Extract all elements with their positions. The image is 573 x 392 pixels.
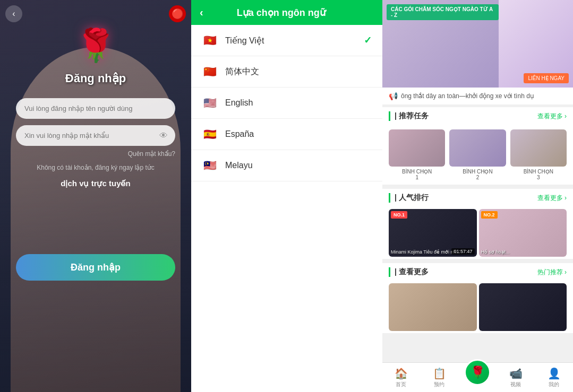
lang-name: 简体中文 xyxy=(225,66,372,77)
no-account-text: Không có tài khoản, đăng ký ngay lập tức xyxy=(16,164,175,171)
language-item[interactable]: 🇲🇾 Melayu xyxy=(191,150,382,181)
video-badge: NO.2 xyxy=(481,211,498,219)
lang-name: España xyxy=(225,129,372,139)
banner-text: CÁC GÓI CHĂM SÓC NGỌT NGÀO TỪ A - Z xyxy=(387,4,499,20)
nav-center-button[interactable]: 🌹 xyxy=(464,359,491,386)
more-section: | 查看更多 热门推荐 › xyxy=(382,261,573,333)
forgot-password-link[interactable]: Quên mật khẩu? xyxy=(16,150,175,158)
lang-check-icon: ✓ xyxy=(364,34,372,46)
more-thumb-2[interactable] xyxy=(479,283,567,331)
lang-flag-icon: 🇻🇳 xyxy=(202,32,218,48)
nav-item-center[interactable]: 🌹 xyxy=(458,367,497,389)
username-wrapper xyxy=(16,98,175,119)
language-item[interactable]: 🇨🇳 简体中文 xyxy=(191,56,382,88)
eye-icon[interactable]: 👁 xyxy=(159,131,168,141)
lang-flag-icon: 🇪🇸 xyxy=(202,126,218,142)
left-panel: ‹ 🔴 🌹 Đăng nhập 👁 Quên mật khẩu? Không c… xyxy=(0,0,191,392)
language-title: Lựa chọn ngôn ngữ xyxy=(210,7,353,19)
back-button-left[interactable]: ‹ xyxy=(5,5,22,22)
page-title: Đăng nhập xyxy=(65,72,126,85)
popular-title: | 人气排行 xyxy=(389,193,537,203)
nav-preview-icon: 📋 xyxy=(433,367,446,380)
popular-section: | 人气排行 查看更多 › NO.1 Minami Kojima Tiêu đề… xyxy=(382,187,573,259)
banner-area: CÁC GÓI CHĂM SÓC NGỌT NGÀO TỪ A - Z LIÊN… xyxy=(382,0,573,88)
banner-btn[interactable]: LIÊN HỆ NGAY xyxy=(524,73,569,83)
language-panel: ‹ Lựa chọn ngôn ngữ 🇻🇳 Tiếng Việt ✓ 🇨🇳 简… xyxy=(191,0,382,392)
nav-video-icon: 📹 xyxy=(509,367,523,380)
task-label: BÌNH CHỌN3 xyxy=(524,169,553,180)
lang-name: Tiếng Việt xyxy=(225,36,356,46)
promo-text: ông thắt dây an toàn—khởi động xe với tì… xyxy=(401,92,534,100)
nav-home-icon: 🏠 xyxy=(395,367,408,380)
back-button-mid[interactable]: ‹ xyxy=(200,6,203,19)
video-duration: 01:57:47 xyxy=(451,248,474,255)
tasks-section-header: | 推荐任务 查看更多 › xyxy=(382,107,573,125)
task-thumbnail xyxy=(510,129,567,167)
nav-item-video[interactable]: 📹 视频 xyxy=(497,364,535,391)
nav-item-preview[interactable]: 📋 预约 xyxy=(420,364,458,391)
password-input[interactable] xyxy=(16,125,175,146)
lang-flag-icon: 🇲🇾 xyxy=(202,158,218,173)
nav-mine-icon: 👤 xyxy=(548,367,561,380)
password-wrapper: 👁 xyxy=(16,125,175,146)
language-item[interactable]: 🇻🇳 Tiếng Việt ✓ xyxy=(191,25,382,56)
top-nav: ‹ xyxy=(5,5,22,22)
video-badge: NO.1 xyxy=(391,211,407,219)
lang-name: Melayu xyxy=(225,161,372,170)
popular-section-header: | 人气排行 查看更多 › xyxy=(382,189,573,207)
nav-home-label: 首页 xyxy=(396,381,406,388)
nav-item-mine[interactable]: 👤 我的 xyxy=(535,364,573,391)
nav-video-label: 视频 xyxy=(510,381,521,388)
task-item[interactable]: BÌNH CHỌN2 xyxy=(449,129,506,180)
promo-bar: 📢 ông thắt dây an toàn—khởi động xe với … xyxy=(382,88,573,105)
input-group: 👁 Quên mật khẩu? Không có tài khoản, đăn… xyxy=(16,98,175,188)
login-button[interactable]: Đăng nhập xyxy=(16,254,175,281)
language-item[interactable]: 🇺🇸 English xyxy=(191,88,382,119)
more-thumb-1[interactable] xyxy=(389,283,477,331)
more-section-header: | 查看更多 热门推荐 › xyxy=(382,263,573,281)
nav-item-home[interactable]: 🏠 首页 xyxy=(382,364,420,391)
logo-icon: 🌹 xyxy=(76,27,116,64)
banner-right-image: LIÊN HỆ NGAY xyxy=(499,0,573,88)
promo-icon: 📢 xyxy=(389,92,398,100)
video-thumbnail[interactable]: NO.2 Hồ sơ hoạt... xyxy=(479,209,567,257)
banner-images: CÁC GÓI CHĂM SÓC NGỌT NGÀO TỪ A - Z LIÊN… xyxy=(382,0,573,88)
tasks-title: | 推荐任务 xyxy=(389,111,537,121)
task-label: BÌNH CHỌN1 xyxy=(402,169,432,180)
more-grid xyxy=(382,281,573,333)
more-title: | 查看更多 xyxy=(389,267,537,277)
tasks-row: BÌNH CHỌN1 BÌNH CHỌN2 BÌNH CHỌN3 xyxy=(382,125,573,185)
nav-preview-label: 预约 xyxy=(434,381,444,388)
videos-row: NO.1 Minami Kojima Tiêu đề mới nh... 01:… xyxy=(382,207,573,259)
video-thumbnail[interactable]: NO.1 Minami Kojima Tiêu đề mới nh... 01:… xyxy=(389,209,477,257)
task-item[interactable]: BÌNH CHỌN3 xyxy=(510,129,567,180)
task-thumbnail xyxy=(449,129,506,167)
service-link[interactable]: dịch vụ trực tuyến xyxy=(16,179,175,188)
more-link[interactable]: 热门推荐 › xyxy=(537,268,567,277)
flag-icon[interactable]: 🔴 xyxy=(169,5,186,22)
video-caption: Hồ sơ hoạt... xyxy=(481,249,510,255)
lang-name: English xyxy=(225,98,372,108)
lang-flag-icon: 🇺🇸 xyxy=(202,95,218,111)
video-caption: Minami Kojima Tiêu đề mới nh... xyxy=(391,249,460,255)
nav-mine-label: 我的 xyxy=(549,381,559,388)
language-header: ‹ Lựa chọn ngôn ngữ xyxy=(191,0,382,25)
tasks-more-link[interactable]: 查看更多 › xyxy=(537,112,567,121)
language-item[interactable]: 🇪🇸 España xyxy=(191,119,382,150)
language-list: 🇻🇳 Tiếng Việt ✓ 🇨🇳 简体中文 🇺🇸 English 🇪🇸 Es… xyxy=(191,25,382,392)
popular-more-link[interactable]: 查看更多 › xyxy=(537,194,567,203)
bottom-nav: 🏠 首页 📋 预约 🌹 📹 视频 👤 我的 xyxy=(382,362,573,392)
task-label: BÌNH CHỌN2 xyxy=(463,169,492,180)
banner-left-image: CÁC GÓI CHĂM SÓC NGỌT NGÀO TỪ A - Z xyxy=(382,0,499,88)
lang-flag-icon: 🇨🇳 xyxy=(202,64,218,80)
right-panel: CÁC GÓI CHĂM SÓC NGỌT NGÀO TỪ A - Z LIÊN… xyxy=(382,0,573,392)
task-thumbnail xyxy=(389,129,445,167)
username-input[interactable] xyxy=(16,98,175,119)
task-item[interactable]: BÌNH CHỌN1 xyxy=(389,129,445,180)
